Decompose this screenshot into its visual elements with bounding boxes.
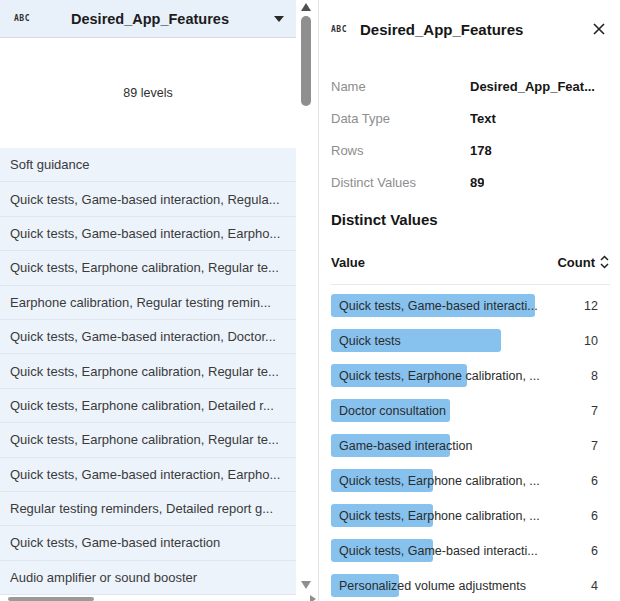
count-bar: Quick tests <box>331 329 501 352</box>
count-bar: Quick tests, Earphone calibration, ... <box>331 504 433 527</box>
field-row: Data TypeText <box>331 102 610 134</box>
details-header: ABC Desired_App_Features <box>331 14 610 44</box>
list-item[interactable]: Quick tests, Earphone calibration, Regul… <box>0 354 296 388</box>
field-row: NameDesired_App_Feat... <box>331 70 610 102</box>
count-cell: 6 <box>591 474 598 488</box>
details-title: Desired_App_Features <box>360 21 588 38</box>
list-item[interactable]: Audio amplifier or sound booster <box>0 561 296 595</box>
list-item[interactable]: Regular testing reminders, Detailed repo… <box>0 492 296 526</box>
levels-summary: 89 levels <box>0 38 296 148</box>
field-value: 89 <box>470 175 484 190</box>
chevron-down-icon[interactable] <box>274 16 284 22</box>
column-browser-panel: ABC Desired_App_Features 89 levels Soft … <box>0 0 296 601</box>
count-bar: Quick tests, Earphone calibration, ... <box>331 364 467 387</box>
distinct-values-rows: Quick tests, Game-based interacti...12Qu… <box>331 285 610 601</box>
count-cell: 6 <box>591 544 598 558</box>
text-type-icon: ABC <box>14 14 30 23</box>
value-cell: Quick tests, Game-based interacti... <box>339 299 538 313</box>
vertical-scrollbar-thumb[interactable] <box>301 16 311 106</box>
count-bar: Game-based interaction <box>331 434 450 457</box>
field-label: Rows <box>331 143 470 158</box>
close-button[interactable] <box>588 18 610 40</box>
value-column-header: Value <box>331 255 365 270</box>
table-row[interactable]: Quick tests, Game-based interacti...6 <box>331 533 610 568</box>
field-row: Distinct Values89 <box>331 166 610 198</box>
count-bar: Quick tests, Game-based interacti... <box>331 539 433 562</box>
count-bar: Personalized volume adjustments <box>331 574 399 597</box>
value-cell: Quick tests, Earphone calibration, ... <box>339 369 540 383</box>
field-row: Rows178 <box>331 134 610 166</box>
count-bar: Quick tests, Game-based interacti... <box>331 294 535 317</box>
list-item[interactable]: Quick tests, Game-based interaction <box>0 526 296 560</box>
table-row[interactable]: Game-based interaction7 <box>331 428 610 463</box>
value-cell: Doctor consultation <box>339 404 446 418</box>
table-row[interactable]: Quick tests10 <box>331 323 610 358</box>
value-cell: Personalized volume adjustments <box>339 579 526 593</box>
list-item[interactable]: Earphone calibration, Regular testing re… <box>0 286 296 320</box>
field-value: Text <box>470 111 496 126</box>
count-cell: 7 <box>591 439 598 453</box>
table-row[interactable]: Doctor consultation7 <box>331 393 610 428</box>
count-bar: Doctor consultation <box>331 399 450 422</box>
list-item[interactable]: Quick tests, Earphone calibration, Detai… <box>0 389 296 423</box>
count-cell: 12 <box>584 299 598 313</box>
value-cell: Quick tests, Game-based interacti... <box>339 544 538 558</box>
count-cell: 8 <box>591 369 598 383</box>
distinct-values-heading: Distinct Values <box>331 208 610 232</box>
count-cell: 7 <box>591 404 598 418</box>
count-bar: Quick tests, Earphone calibration, ... <box>331 469 433 492</box>
list-item[interactable]: Quick tests, Game-based interaction, Doc… <box>0 320 296 354</box>
list-item[interactable]: Quick tests, Game-based interaction, Ear… <box>0 217 296 251</box>
scrollbar-up-arrow-icon[interactable] <box>301 3 311 11</box>
value-list: Soft guidanceQuick tests, Game-based int… <box>0 148 296 595</box>
count-cell: 10 <box>584 334 598 348</box>
horizontal-scrollbar-thumb[interactable] <box>8 597 94 601</box>
table-row[interactable]: Quick tests, Earphone calibration, ...6 <box>331 463 610 498</box>
column-details-panel: ABC Desired_App_Features NameDesired_App… <box>319 0 620 601</box>
count-cell: 6 <box>591 509 598 523</box>
table-row[interactable]: Quick tests, Earphone calibration, ...8 <box>331 358 610 393</box>
list-item[interactable]: Quick tests, Earphone calibration, Regul… <box>0 251 296 285</box>
table-row[interactable]: Quick tests, Game-based interacti...12 <box>331 288 610 323</box>
close-icon <box>591 21 607 37</box>
table-row[interactable]: Personalized volume adjustments4 <box>331 568 610 601</box>
field-label: Name <box>331 79 470 94</box>
distinct-values-table-header: Value Count <box>331 248 610 276</box>
field-label: Distinct Values <box>331 175 470 190</box>
column-header[interactable]: ABC Desired_App_Features <box>0 0 296 38</box>
field-value: Desired_App_Feat... <box>470 79 595 94</box>
scrollbar-down-arrow-icon[interactable] <box>301 581 311 589</box>
value-cell: Quick tests, Earphone calibration, ... <box>339 474 540 488</box>
field-value: 178 <box>470 143 492 158</box>
value-cell: Quick tests <box>339 334 401 348</box>
sort-up-down-icon[interactable] <box>599 254 610 270</box>
list-item[interactable]: Soft guidance <box>0 148 296 182</box>
count-column-header[interactable]: Count <box>557 254 610 270</box>
list-item[interactable]: Quick tests, Earphone calibration, Regul… <box>0 423 296 457</box>
field-list: NameDesired_App_Feat...Data TypeTextRows… <box>331 70 610 198</box>
scrollbar-right-arrow-icon[interactable] <box>310 595 316 601</box>
list-item[interactable]: Quick tests, Game-based interaction, Ear… <box>0 458 296 492</box>
value-cell: Game-based interaction <box>339 439 472 453</box>
column-title: Desired_App_Features <box>30 11 270 27</box>
table-row[interactable]: Quick tests, Earphone calibration, ...6 <box>331 498 610 533</box>
value-cell: Quick tests, Earphone calibration, ... <box>339 509 540 523</box>
count-cell: 4 <box>591 579 598 593</box>
text-type-icon: ABC <box>331 25 347 34</box>
field-label: Data Type <box>331 111 470 126</box>
list-item[interactable]: Quick tests, Game-based interaction, Reg… <box>0 182 296 216</box>
app-root: ABC Desired_App_Features 89 levels Soft … <box>0 0 620 601</box>
